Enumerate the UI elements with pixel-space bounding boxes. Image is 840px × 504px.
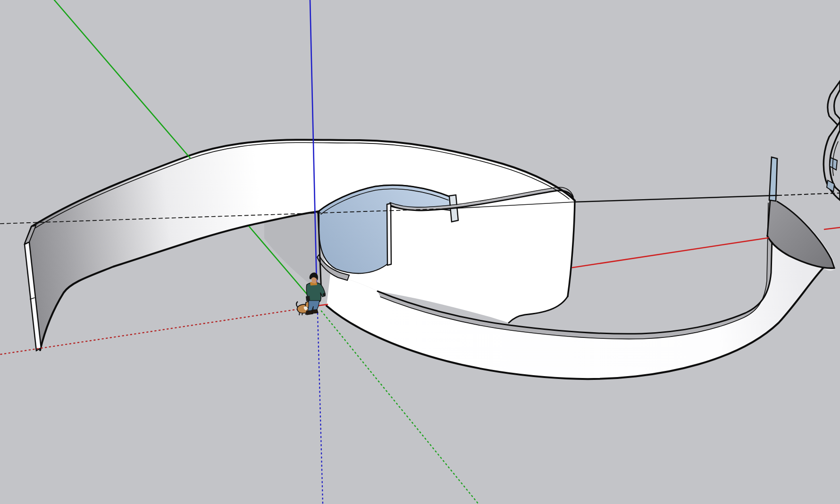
person-bag (306, 296, 310, 301)
person-shoe-right (312, 310, 318, 313)
modeling-viewport[interactable] (0, 0, 840, 504)
viewport-canvas[interactable] (0, 0, 840, 504)
white-curl-end-cap[interactable] (387, 203, 391, 265)
person-hand (323, 293, 326, 296)
